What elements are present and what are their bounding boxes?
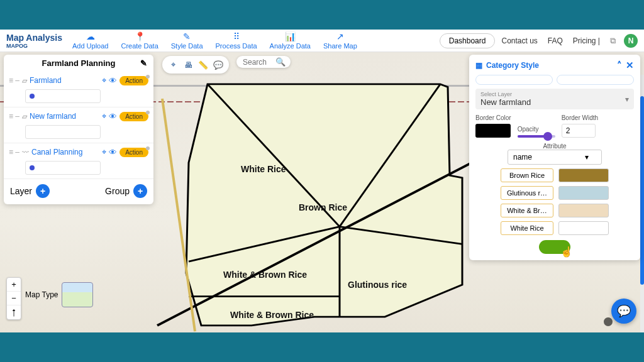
- avatar[interactable]: N: [624, 34, 638, 48]
- attribution-icon[interactable]: [604, 317, 613, 326]
- category-label[interactable]: Brown Rice: [501, 168, 553, 182]
- chevron-down-icon: ▾: [625, 95, 629, 104]
- layer-name[interactable]: Canal Planning: [31, 148, 99, 156]
- drag-handle-icon[interactable]: ≡ –: [9, 112, 19, 121]
- polygon-icon: ▱: [22, 112, 27, 121]
- layer-style-swatch[interactable]: [25, 125, 101, 139]
- grid-icon: ▦: [475, 61, 482, 70]
- dashboard-button[interactable]: Dashboard: [440, 33, 496, 48]
- zoom-to-icon[interactable]: ⌖: [102, 111, 106, 121]
- style-mode-tabs[interactable]: [475, 75, 634, 85]
- category-list: Brown Rice Glutinous r… White & Br… Whit…: [475, 168, 634, 235]
- panel-heading: Category Style: [486, 61, 613, 70]
- faq-link[interactable]: FAQ: [544, 36, 567, 45]
- category-color-swatch[interactable]: [558, 221, 609, 235]
- map-label-glutinous: Glutinous rice: [348, 280, 407, 290]
- search-icon[interactable]: 🔍: [275, 57, 286, 67]
- collapse-icon[interactable]: ˄: [617, 60, 622, 71]
- category-row: Brown Rice: [501, 168, 609, 182]
- add-group-label: Group: [105, 186, 130, 196]
- border-color-swatch[interactable]: [475, 124, 511, 138]
- north-arrow-button[interactable]: ⭡: [7, 305, 21, 319]
- add-layer-label: Layer: [10, 186, 32, 196]
- drag-handle-icon[interactable]: ≡ –: [9, 76, 19, 85]
- maptype-thumbnail[interactable]: [62, 282, 93, 307]
- border-color-label: Border Color: [475, 114, 511, 121]
- chat-fab[interactable]: 💬: [611, 299, 636, 324]
- layer-row: ≡ – ▱ Farmland ⌖ 👁 Action: [4, 72, 153, 107]
- edit-title-icon[interactable]: ✎: [140, 58, 147, 68]
- vertical-scrollbar[interactable]: [640, 75, 644, 332]
- brand-title: Map Analysis: [6, 33, 62, 43]
- maptype-switcher: Map Type: [25, 282, 93, 307]
- action-button[interactable]: Action: [119, 76, 148, 85]
- visibility-icon[interactable]: 👁: [109, 76, 117, 85]
- layer-row: ≡ – 〰 Canal Planning ⌖ 👁 Action: [4, 143, 153, 179]
- share-icon: ↗: [336, 31, 344, 41]
- layer-row: ≡ – ▱ New farmland ⌖ 👁 Action: [4, 107, 153, 143]
- layer-name[interactable]: Farmland: [30, 76, 99, 85]
- menu-process-data[interactable]: ⠿Process Data: [211, 30, 262, 51]
- layers-panel: Farmland Planning ✎ ≡ – ▱ Farmland ⌖ 👁 A…: [4, 55, 153, 204]
- add-layer-button[interactable]: +: [36, 184, 50, 198]
- drag-handle-icon[interactable]: ≡ –: [9, 148, 19, 156]
- layer-name[interactable]: New farmland: [30, 112, 99, 121]
- category-color-swatch[interactable]: [558, 168, 609, 182]
- measure-icon[interactable]: 📏: [196, 58, 210, 72]
- menu-share-map[interactable]: ↗Share Map: [318, 30, 362, 51]
- pin-icon: 📍: [135, 31, 145, 41]
- panel-title: Farmland Planning ✎: [4, 55, 153, 72]
- zoom-to-icon[interactable]: ⌖: [102, 75, 106, 85]
- layer-style-swatch[interactable]: [25, 89, 101, 103]
- menu-style-data[interactable]: ✎Style Data: [166, 30, 208, 51]
- panel-footer: Layer+ Group+: [4, 179, 153, 204]
- contact-link[interactable]: Contact us: [497, 36, 541, 45]
- select-layer-dropdown[interactable]: Select Layer New farmland ▾: [475, 89, 634, 109]
- line-icon: 〰: [22, 148, 29, 156]
- border-width-label: Border Width: [562, 114, 598, 121]
- zoom-to-icon[interactable]: ⌖: [102, 147, 106, 157]
- category-color-swatch[interactable]: [558, 186, 609, 200]
- border-width-input[interactable]: [562, 124, 596, 138]
- action-button[interactable]: Action: [119, 148, 148, 157]
- apply-button[interactable]: [539, 240, 570, 254]
- print-icon[interactable]: 🖶: [181, 58, 195, 72]
- locate-icon[interactable]: ⌖: [166, 58, 180, 72]
- visibility-icon[interactable]: 👁: [109, 148, 117, 157]
- category-row: White Rice: [501, 221, 609, 235]
- action-button[interactable]: Action: [119, 112, 148, 121]
- category-style-panel: ▦ Category Style ˄ ✕ Select Layer New fa…: [469, 55, 640, 260]
- zoom-control: + − ⭡: [6, 277, 21, 320]
- category-label[interactable]: White Rice: [501, 221, 553, 235]
- close-icon[interactable]: ✕: [626, 60, 634, 71]
- attribute-label: Attribute: [475, 143, 634, 150]
- category-label[interactable]: Glutinous r…: [501, 186, 553, 200]
- maptype-label: Map Type: [25, 290, 58, 299]
- category-row: White & Br…: [501, 204, 609, 217]
- logo: Map Analysis MAPOG: [6, 33, 65, 49]
- menu-analyze-data[interactable]: 📊Analyze Data: [265, 30, 316, 51]
- pricing-link[interactable]: Pricing |: [569, 36, 604, 45]
- category-label[interactable]: White & Br…: [501, 204, 553, 217]
- opacity-label: Opacity: [518, 126, 555, 133]
- menu-create-data[interactable]: 📍Create Data: [116, 30, 163, 51]
- cloud-upload-icon: ☁: [86, 31, 95, 41]
- category-color-swatch[interactable]: [558, 204, 609, 217]
- pencil-icon: ✎: [183, 31, 191, 41]
- apps-icon[interactable]: ⧉: [606, 36, 619, 46]
- comment-icon[interactable]: 💬: [211, 58, 225, 72]
- layer-style-swatch[interactable]: [25, 161, 101, 175]
- add-group-button[interactable]: +: [133, 184, 147, 198]
- opacity-slider[interactable]: [518, 135, 555, 138]
- map-search[interactable]: 🔍: [236, 56, 291, 68]
- search-input[interactable]: [243, 58, 272, 67]
- main-area: White Rice Brown Rice White & Brown Rice…: [0, 52, 644, 332]
- attribute-select[interactable]: name ▾: [508, 150, 602, 165]
- visibility-icon[interactable]: 👁: [109, 112, 117, 121]
- zoom-out-button[interactable]: −: [7, 292, 21, 305]
- process-icon: ⠿: [233, 31, 240, 41]
- category-row: Glutinous r…: [501, 186, 609, 200]
- zoom-in-button[interactable]: +: [7, 278, 21, 292]
- chevron-down-icon: ▾: [585, 153, 589, 162]
- menu-add-upload[interactable]: ☁Add Upload: [67, 30, 114, 51]
